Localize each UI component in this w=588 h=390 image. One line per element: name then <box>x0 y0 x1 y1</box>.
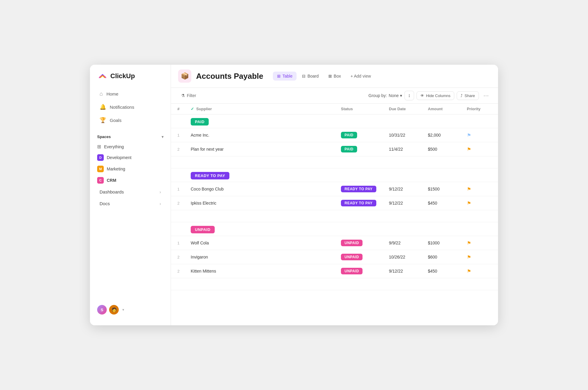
table-wrapper: # ✓ Supplier Status Due Date Amount Prio… <box>171 104 498 325</box>
row-status: READY TO PAY <box>336 196 384 210</box>
row-num: 2 <box>171 250 186 264</box>
row-amount: $600 <box>423 250 462 264</box>
table-header-row: # ✓ Supplier Status Due Date Amount Prio… <box>171 104 498 114</box>
marketing-label: Marketing <box>107 167 125 171</box>
priority-flag-icon: ⚑ <box>467 201 471 206</box>
priority-flag-icon: ⚑ <box>467 147 471 152</box>
add-view-button[interactable]: + Add view <box>346 72 375 81</box>
tab-box[interactable]: ⊠ Box <box>324 72 345 81</box>
row-priority: ⚑ <box>462 182 498 196</box>
row-amount: $500 <box>423 142 462 156</box>
row-duedate: 10/26/22 <box>384 250 423 264</box>
group-row-paid: PAID <box>171 114 498 128</box>
table-row[interactable]: 2 Ipkiss Electric READY TO PAY 9/12/22 $… <box>171 196 498 210</box>
share-button[interactable]: ⤴ Share <box>457 91 479 100</box>
row-supplier: Wolf Cola <box>186 236 336 250</box>
notifications-label: Notifications <box>110 105 134 110</box>
more-options-button[interactable]: ⋯ <box>481 91 491 100</box>
row-supplier: Invigaron <box>186 250 336 264</box>
filter-button[interactable]: ⚗ Filter <box>178 91 199 100</box>
row-num: 1 <box>171 182 186 196</box>
hide-columns-button[interactable]: 👁 Hide Columns <box>416 91 455 100</box>
box-icon: ⊠ <box>328 74 332 78</box>
sidebar-item-everything[interactable]: ⊞ Everything <box>92 141 168 152</box>
group-badge-ready: READY TO PAY <box>191 172 229 179</box>
row-supplier: Acme Inc. <box>186 128 336 142</box>
table-row[interactable]: 1 Acme Inc. PAID 10/31/22 $2,000 ⚑ <box>171 128 498 142</box>
spacer-row <box>171 156 498 168</box>
spaces-section: Spaces ▾ ⊞ Everything D Development M Ma… <box>90 132 171 186</box>
col-header-duedate: Due Date <box>384 104 423 114</box>
crm-label: CRM <box>107 178 116 183</box>
table-row[interactable]: 2 Invigaron UNPAID 10/26/22 $600 ⚑ <box>171 250 498 264</box>
table-row[interactable]: 1 Coco Bongo Club READY TO PAY 9/12/22 $… <box>171 182 498 196</box>
status-badge: PAID <box>341 146 357 152</box>
home-label: Home <box>106 91 118 96</box>
row-num: 1 <box>171 236 186 250</box>
user-dropdown-icon[interactable]: ▾ <box>122 308 124 312</box>
development-label: Development <box>107 155 132 160</box>
row-duedate: 9/9/22 <box>384 236 423 250</box>
sidebar-item-goals[interactable]: 🏆 Goals <box>92 114 168 126</box>
sidebar-item-home[interactable]: ⌂ Home <box>92 88 168 100</box>
table-label: Table <box>282 74 292 78</box>
table-body: PAID 1 Acme Inc. PAID 10/31/22 $2,000 ⚑ … <box>171 114 498 290</box>
sidebar-item-crm[interactable]: C CRM <box>92 175 168 186</box>
filter-icon: ⚗ <box>181 93 185 98</box>
row-amount: $450 <box>423 196 462 210</box>
board-icon: ⊟ <box>302 74 306 78</box>
chevron-right-icon: › <box>160 189 161 194</box>
status-badge: UNPAID <box>341 254 363 260</box>
row-num: 2 <box>171 196 186 210</box>
status-badge: PAID <box>341 132 357 138</box>
status-badge: UNPAID <box>341 240 363 246</box>
group-by-chevron: ▾ <box>400 93 402 98</box>
row-amount: $1500 <box>423 182 462 196</box>
app-container: ClickUp ⌂ Home 🔔 Notifications 🏆 Goals S… <box>90 65 498 325</box>
check-icon: ✓ <box>191 107 194 111</box>
toolbar-left: ⚗ Filter <box>178 91 199 100</box>
priority-flag-icon: ⚑ <box>467 133 471 138</box>
sort-button[interactable]: ↕ <box>404 91 414 100</box>
tab-table[interactable]: ⊞ Table <box>273 72 297 81</box>
dashboards-label: Dashboards <box>100 189 124 194</box>
group-row-ready: READY TO PAY <box>171 168 498 182</box>
table-row[interactable]: 2 Plan for next year PAID 11/4/22 $500 ⚑ <box>171 142 498 156</box>
table-row[interactable]: 2 Kitten Mittens UNPAID 9/12/22 $450 ⚑ <box>171 264 498 278</box>
sidebar-item-marketing[interactable]: M Marketing <box>92 163 168 175</box>
sidebar: ClickUp ⌂ Home 🔔 Notifications 🏆 Goals S… <box>90 65 171 325</box>
row-duedate: 9/12/22 <box>384 264 423 278</box>
goals-label: Goals <box>110 118 121 123</box>
hide-columns-icon: 👁 <box>420 93 424 98</box>
group-badge-paid: PAID <box>191 118 209 126</box>
sidebar-item-notifications[interactable]: 🔔 Notifications <box>92 101 168 113</box>
sidebar-item-development[interactable]: D Development <box>92 152 168 163</box>
main-table: # ✓ Supplier Status Due Date Amount Prio… <box>171 104 498 290</box>
row-supplier: Plan for next year <box>186 142 336 156</box>
row-priority: ⚑ <box>462 236 498 250</box>
sidebar-item-docs[interactable]: Docs › <box>92 198 168 209</box>
tab-board[interactable]: ⊟ Board <box>298 72 323 81</box>
logo: ClickUp <box>90 71 171 87</box>
row-supplier: Coco Bongo Club <box>186 182 336 196</box>
spaces-header[interactable]: Spaces ▾ <box>92 132 168 141</box>
status-badge: READY TO PAY <box>341 186 376 192</box>
table-icon: ⊞ <box>277 74 281 78</box>
col-header-amount: Amount <box>423 104 462 114</box>
sidebar-item-dashboards[interactable]: Dashboards › <box>92 186 168 197</box>
share-label: Share <box>464 93 475 98</box>
row-supplier: Kitten Mittens <box>186 264 336 278</box>
row-priority: ⚑ <box>462 142 498 156</box>
row-duedate: 10/31/22 <box>384 128 423 142</box>
group-by-label: Group by: <box>369 93 387 98</box>
everything-icon: ⊞ <box>97 144 101 149</box>
group-by-value[interactable]: None ▾ <box>389 93 402 98</box>
sort-icon: ↕ <box>408 93 410 98</box>
group-row-unpaid: UNPAID <box>171 222 498 236</box>
priority-flag-icon: ⚑ <box>467 269 471 274</box>
row-num: 2 <box>171 264 186 278</box>
row-status: PAID <box>336 142 384 156</box>
user-avatar-s[interactable]: S <box>97 305 107 315</box>
table-row[interactable]: 1 Wolf Cola UNPAID 9/9/22 $1000 ⚑ <box>171 236 498 250</box>
row-priority: ⚑ <box>462 128 498 142</box>
